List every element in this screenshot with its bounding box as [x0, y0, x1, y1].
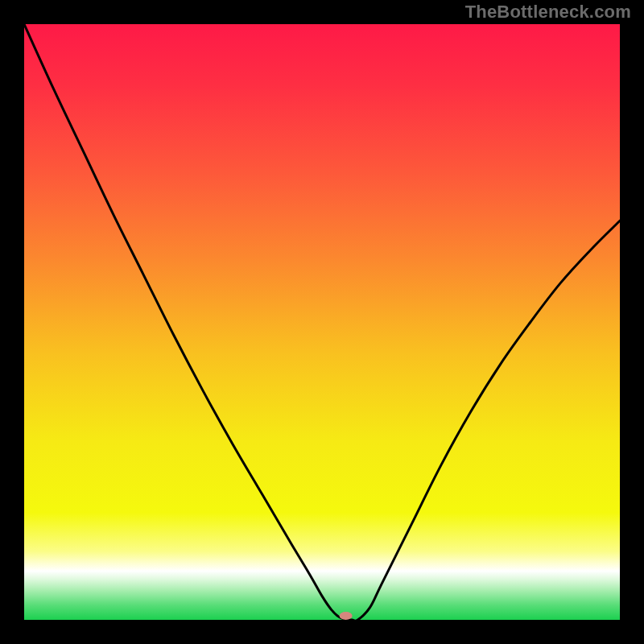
chart-frame: TheBottleneck.com — [0, 0, 644, 644]
watermark-text: TheBottleneck.com — [465, 2, 631, 23]
bottleneck-chart — [24, 24, 620, 620]
optimal-marker — [340, 612, 353, 620]
